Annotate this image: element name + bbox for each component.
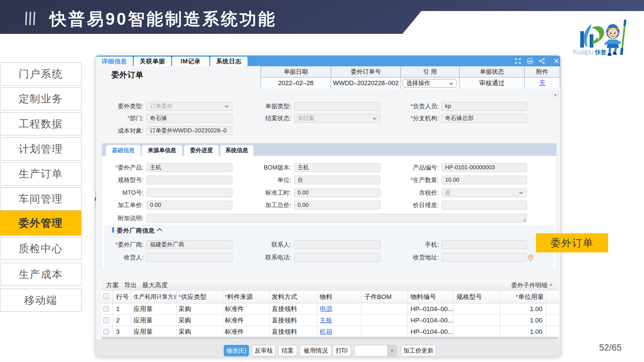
svg-text:IM: IM xyxy=(528,60,531,63)
svg-text:Kuaipu: Kuaipu xyxy=(573,48,593,56)
svg-text:快普: 快普 xyxy=(595,49,606,56)
